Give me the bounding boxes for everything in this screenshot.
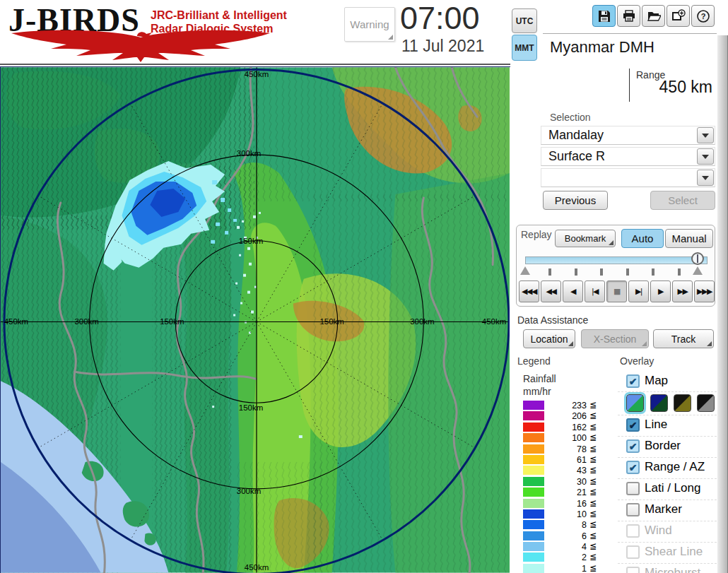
replay-fast-forward-button[interactable]: ▶▶: [672, 280, 693, 302]
lte-symbol: ≦: [589, 552, 597, 562]
overlay-row-lati-long[interactable]: Lati / Long: [618, 478, 717, 500]
legend-swatch: [523, 455, 544, 464]
legend-entry: 162≦: [523, 423, 615, 432]
product-dropdown[interactable]: Surface R: [541, 147, 715, 166]
radar-map[interactable]: 450km 300km 150km 150km 300km 450km 450k…: [0, 66, 510, 573]
slider-tick: [626, 268, 629, 276]
corner-menu-icon: [568, 341, 573, 346]
overlay-row-shear-line: Shear Line: [618, 542, 717, 563]
lte-symbol: ≦: [589, 487, 597, 497]
lte-symbol: ≦: [589, 563, 597, 573]
panel-edge-splitter[interactable]: [717, 35, 728, 573]
chevron-down-icon: [702, 155, 709, 159]
legend-value: 2: [546, 553, 587, 562]
jbirds-application: J-BIRDS JRC-Brilliant & Intelligent Rada…: [0, 0, 728, 573]
replay-group: Replay Bookmark Auto Manual ◀◀◀ ◀◀ ◀ |◀: [516, 225, 715, 307]
legend-entry: 4≦: [523, 542, 615, 551]
chevron-down-icon: [702, 134, 709, 138]
location-button[interactable]: Location: [523, 329, 575, 348]
open-folder-icon: [647, 9, 661, 23]
legend-swatch: [523, 499, 544, 508]
lati-long-checkbox[interactable]: [626, 482, 640, 495]
transport-controls: ◀◀◀ ◀◀ ◀ |◀ ■ ▶| ▶ ▶▶ ▶▶▶: [519, 280, 715, 302]
legend-swatch: [523, 553, 544, 562]
track-button[interactable]: Track: [653, 329, 714, 348]
replay-play-backward-button[interactable]: ◀: [563, 280, 583, 302]
replay-step-forward-button[interactable]: ▶|: [628, 280, 649, 302]
svg-text:150km: 150km: [160, 317, 184, 326]
legend-entry: 21≦: [523, 488, 615, 497]
range-az-checkbox[interactable]: ✔: [626, 461, 640, 474]
replay-jump-backward-button[interactable]: ◀◀◀: [519, 280, 539, 302]
overlay-row-map[interactable]: ✔ Map: [618, 372, 717, 391]
legend-rows: 233≦ 206≦ 162≦ 100≦ 78≦ 61≦ 43≦ 30≦ 21≦ …: [523, 401, 615, 573]
option-dropdown-arrow-button[interactable]: [697, 170, 714, 186]
legend-value: 16: [546, 499, 587, 509]
legend-value: 1: [546, 564, 587, 573]
overlay-row-line[interactable]: ✔ Line: [618, 415, 717, 436]
save-button[interactable]: [592, 5, 616, 27]
replay-slider-handle[interactable]: [691, 252, 704, 265]
replay-jump-forward-button[interactable]: ▶▶▶: [694, 280, 715, 302]
open-folder-button[interactable]: [642, 5, 665, 27]
overlay-label-line: Line: [645, 418, 667, 432]
rainfall-legend: Rainfall mm/hr 233≦ 206≦ 162≦ 100≦ 78≦ 6…: [523, 372, 615, 573]
site-dropdown-arrow-button[interactable]: [697, 127, 714, 143]
clock-date: 11 Jul 2021: [401, 37, 484, 56]
manual-mode-button[interactable]: Manual: [665, 229, 713, 248]
replay-step-backward-button[interactable]: |◀: [585, 280, 605, 302]
legend-entry: 206≦: [523, 411, 615, 420]
replay-stop-button[interactable]: ■: [606, 280, 627, 302]
eagle-logo-icon: [7, 28, 274, 62]
save-icon: [597, 9, 611, 23]
product-dropdown-arrow-button[interactable]: [697, 148, 714, 165]
overlay-label-microburst: Microburst: [645, 566, 700, 573]
replay-slider-track[interactable]: [525, 256, 708, 264]
lte-symbol: ≦: [589, 509, 597, 519]
header-rule: [0, 64, 535, 65]
product-dropdown-value: Surface R: [548, 149, 605, 164]
lte-symbol: ≦: [589, 454, 597, 464]
map-style-swatch-1[interactable]: [626, 394, 644, 412]
line-checkbox[interactable]: ✔: [626, 418, 640, 432]
auto-mode-button[interactable]: Auto: [621, 229, 664, 248]
overlay-label-marker: Marker: [645, 502, 682, 516]
warning-button[interactable]: Warning: [344, 7, 395, 42]
map-style-swatch-2[interactable]: [650, 394, 668, 412]
overlay-row-marker[interactable]: Marker: [618, 500, 717, 521]
xsection-button[interactable]: X-Section: [581, 329, 649, 348]
lte-symbol: ≦: [589, 422, 597, 432]
bookmark-button[interactable]: Bookmark: [555, 230, 616, 247]
overlay-row-range-az[interactable]: ✔ Range / AZ: [618, 457, 717, 478]
select-button[interactable]: Select: [650, 191, 715, 210]
print-button[interactable]: [617, 5, 640, 27]
lte-symbol: ≦: [589, 432, 597, 442]
map-checkbox[interactable]: ✔: [626, 374, 640, 388]
replay-play-forward-button[interactable]: ▶: [650, 280, 671, 302]
add-capture-button[interactable]: [667, 5, 690, 27]
marker-checkbox[interactable]: [626, 503, 640, 516]
option-dropdown[interactable]: [541, 168, 715, 187]
replay-fast-backward-button[interactable]: ◀◀: [541, 280, 561, 302]
legend-value: 100: [546, 433, 587, 443]
add-capture-icon: [671, 9, 686, 23]
range-value: 450 km: [595, 78, 712, 97]
svg-text:300km: 300km: [410, 317, 434, 326]
legend-value: 43: [546, 466, 587, 475]
help-button[interactable]: ?: [691, 5, 715, 27]
legend-entry: 2≦: [523, 553, 615, 562]
previous-button[interactable]: Previous: [543, 191, 608, 210]
mmt-toggle-button[interactable]: MMT: [512, 35, 537, 61]
border-checkbox[interactable]: ✔: [626, 439, 640, 453]
utc-toggle-button[interactable]: UTC: [512, 8, 537, 33]
slider-tick: [678, 268, 681, 276]
legend-unit-line2: mm/hr: [523, 385, 615, 398]
replay-label: Replay: [521, 229, 552, 240]
site-dropdown[interactable]: Mandalay: [541, 126, 715, 145]
control-panel: Range 450 km Selection Mandalay Surface …: [510, 64, 717, 573]
track-button-label: Track: [671, 333, 695, 345]
overlay-row-border[interactable]: ✔ Border: [618, 436, 717, 457]
map-style-swatch-4[interactable]: [697, 394, 715, 412]
map-style-swatch-3[interactable]: [674, 394, 691, 412]
svg-text:300km: 300km: [237, 149, 261, 158]
